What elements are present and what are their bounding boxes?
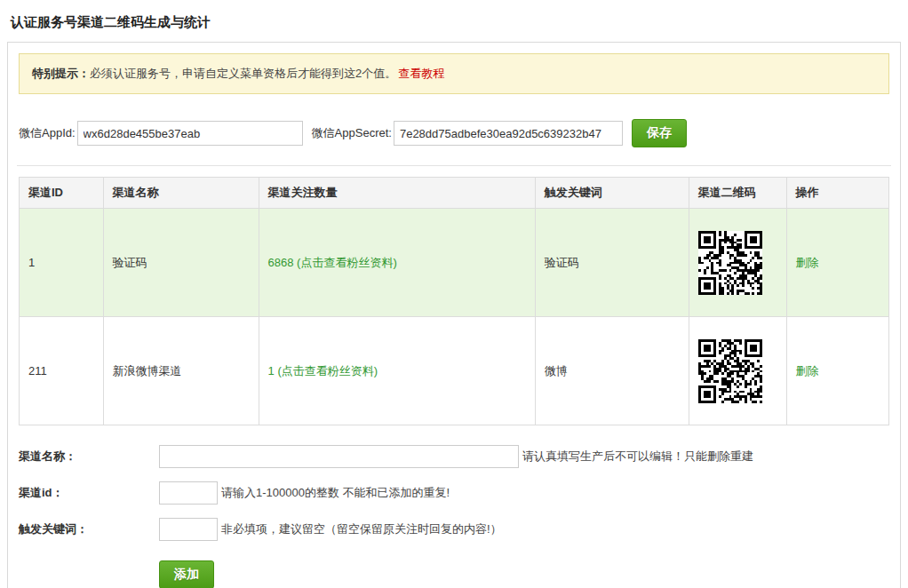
appid-label: 微信AppId:	[19, 125, 76, 141]
notice-bold-label: 特别提示：	[32, 67, 90, 80]
appsecret-label: 微信AppSecret:	[312, 125, 392, 141]
channel-name-row: 渠道名称： 请认真填写生产后不可以编辑！只能删除重建	[19, 445, 889, 468]
fans-detail-link[interactable]: 1 (点击查看粉丝资料)	[268, 364, 378, 377]
cell-channel-name: 验证码	[103, 209, 259, 317]
header-actions: 操作	[786, 178, 888, 209]
trigger-keyword-input[interactable]	[159, 518, 218, 541]
appsecret-input[interactable]	[394, 121, 623, 146]
appid-input[interactable]	[77, 121, 303, 146]
channel-table: 渠道ID 渠道名称 渠道关注数量 触发关键词 渠道二维码 操作 1 验证码 68…	[19, 177, 889, 425]
channel-id-input[interactable]	[159, 481, 218, 505]
channel-id-label: 渠道id：	[19, 485, 159, 501]
cell-channel-name: 新浪微博渠道	[103, 317, 259, 425]
qr-code-image	[698, 339, 762, 403]
page: 认证服务号渠道二维码生成与统计 特别提示：必须认证服务号，申请自定义菜单资格后才…	[0, 0, 908, 588]
channel-name-input[interactable]	[159, 445, 519, 468]
header-qr-code: 渠道二维码	[689, 178, 786, 209]
delete-link[interactable]: 删除	[796, 256, 819, 269]
tutorial-link[interactable]: 查看教程	[398, 67, 444, 80]
notice-text: 必须认证服务号，申请自定义菜单资格后才能得到这2个值。	[90, 67, 396, 80]
notice-box: 特别提示：必须认证服务号，申请自定义菜单资格后才能得到这2个值。查看教程	[19, 53, 889, 94]
cell-trigger-keyword: 验证码	[535, 209, 689, 317]
header-follow-count: 渠道关注数量	[259, 178, 535, 209]
channel-id-row: 渠道id： 请输入1-100000的整数 不能和已添加的重复!	[19, 481, 889, 505]
add-button[interactable]: 添加	[159, 560, 214, 588]
table-header-row: 渠道ID 渠道名称 渠道关注数量 触发关键词 渠道二维码 操作	[20, 178, 889, 209]
content-panel: 特别提示：必须认证服务号，申请自定义菜单资格后才能得到这2个值。查看教程 微信A…	[7, 42, 901, 588]
channel-id-hint: 请输入1-100000的整数 不能和已添加的重复!	[221, 485, 450, 501]
trigger-keyword-row: 触发关键词： 非必填项，建议留空（留空保留原关注时回复的内容!）	[19, 518, 889, 541]
cell-channel-id: 211	[20, 317, 104, 425]
page-title: 认证服务号渠道二维码生成与统计	[7, 7, 901, 42]
table-row: 1 验证码 6868 (点击查看粉丝资料) 验证码 删除	[20, 209, 889, 317]
add-button-row: 添加	[159, 560, 889, 588]
cell-channel-id: 1	[20, 209, 104, 317]
fans-detail-link[interactable]: 6868 (点击查看粉丝资料)	[268, 256, 397, 269]
table-row: 211 新浪微博渠道 1 (点击查看粉丝资料) 微博 删除	[20, 317, 889, 425]
add-channel-form: 渠道名称： 请认真填写生产后不可以编辑！只能删除重建 渠道id： 请输入1-10…	[17, 425, 891, 588]
qr-code-image	[698, 231, 762, 295]
header-channel-id: 渠道ID	[20, 178, 104, 209]
header-channel-name: 渠道名称	[103, 178, 259, 209]
header-trigger-keyword: 触发关键词	[535, 178, 689, 209]
cell-trigger-keyword: 微博	[535, 317, 689, 425]
delete-link[interactable]: 删除	[796, 364, 819, 377]
trigger-keyword-hint: 非必填项，建议留空（留空保留原关注时回复的内容!）	[221, 521, 502, 537]
channel-name-hint: 请认真填写生产后不可以编辑！只能删除重建	[522, 449, 753, 465]
save-button[interactable]: 保存	[632, 119, 687, 147]
trigger-keyword-label: 触发关键词：	[19, 521, 159, 537]
channel-name-label: 渠道名称：	[19, 449, 159, 465]
credentials-row: 微信AppId: 微信AppSecret: 保存	[17, 103, 891, 166]
